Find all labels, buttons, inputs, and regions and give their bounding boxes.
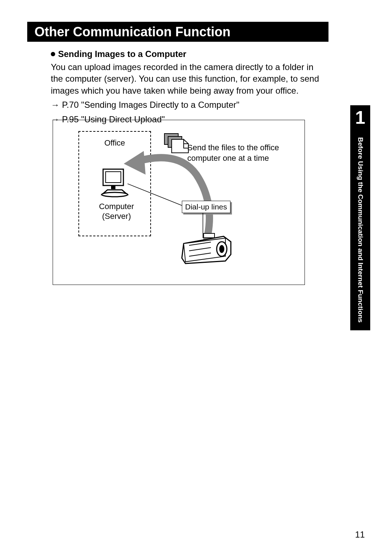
diagram-frame: Office Computer (Server) Send the files … [53,120,305,285]
cross-reference-text: P.70 "Sending Images Directly to a Compu… [62,100,240,110]
stacked-files-icon [164,133,189,155]
bullet-icon [51,52,55,56]
svg-point-3 [102,192,128,197]
diagram-caption: Send the files to the office computer on… [187,143,289,163]
arrow-icon: → [51,99,60,111]
office-label: Office [95,138,135,148]
svg-rect-1 [106,172,121,183]
dialup-lines-label: Dial-up lines [182,201,230,213]
svg-line-7 [127,184,182,205]
svg-point-10 [219,245,224,253]
manual-page: Other Communication Function Sending Ima… [0,0,392,555]
chapter-number: 1 [350,107,370,128]
svg-rect-2 [111,185,115,189]
cross-reference: → P.70 "Sending Images Directly to a Com… [51,99,327,111]
bulleted-subheading: Sending Images to a Computer [58,49,186,59]
section-title: Other Communication Function [34,24,230,40]
page-number: 11 [355,530,365,540]
computer-server-icon [100,167,129,200]
body-paragraph: You can upload images recorded in the ca… [51,61,327,97]
chapter-title-vertical: Before Using the Communication and Inter… [350,137,370,326]
chapter-side-tab: 1 Before Using the Communication and Int… [350,105,370,330]
section-header-bar: Other Communication Function [27,22,328,42]
server-label: (Server) [91,212,142,221]
svg-rect-11 [204,233,215,238]
camera-icon [180,233,234,265]
bullet-heading-row: Sending Images to a Computer [51,49,327,59]
content-block: Sending Images to a Computer You can upl… [51,49,327,125]
